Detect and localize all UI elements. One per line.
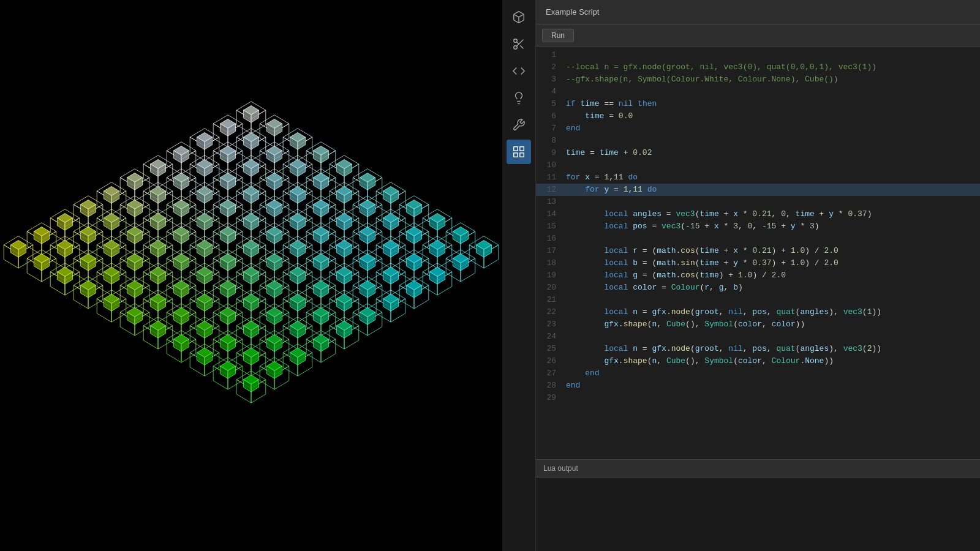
line-number: 20 <box>536 282 564 294</box>
line-content: local n = gfx.node(groot, nil, pos, quat… <box>564 306 881 318</box>
line-content: if time == nil then <box>564 98 657 110</box>
line-number: 25 <box>536 343 564 355</box>
3d-viewport <box>0 0 502 551</box>
code-line: 9time = time + 0.02 <box>536 147 980 159</box>
svg-rect-11 <box>514 153 518 157</box>
scissors-icon[interactable] <box>507 32 531 56</box>
line-number: 4 <box>536 86 564 98</box>
output-header: Lua output <box>536 459 980 478</box>
line-number: 16 <box>536 233 564 245</box>
line-content: --local n = gfx.node(groot, nil, vec3(0)… <box>564 61 876 73</box>
code-line: 16 <box>536 233 980 245</box>
code-line: 25 local n = gfx.node(groot, nil, pos, q… <box>536 343 980 355</box>
toolbar: Run <box>536 24 980 47</box>
scene-canvas <box>0 0 502 551</box>
line-number: 26 <box>536 355 564 367</box>
line-content <box>564 233 566 245</box>
line-content: local b = (math.sin(time + y * 0.37) + 1… <box>564 257 839 269</box>
code-line: 14 local angles = vec3(time + x * 0.21, … <box>536 208 980 220</box>
line-content: local r = (math.cos(time + x * 0.21) + 1… <box>564 245 839 257</box>
line-number: 7 <box>536 122 564 135</box>
code-line: 15 local pos = vec3(-15 + x * 3, 0, -15 … <box>536 220 980 233</box>
code-line: 18 local b = (math.sin(time + y * 0.37) … <box>536 257 980 269</box>
svg-rect-10 <box>520 153 524 157</box>
svg-rect-9 <box>520 147 524 151</box>
code-line: 3--gfx.shape(n, Symbol(Colour.White, Col… <box>536 73 980 86</box>
line-content: local color = Colour(r, g, b) <box>564 282 743 294</box>
line-content: end <box>564 380 580 392</box>
code-line: 20 local color = Colour(r, g, b) <box>536 282 980 294</box>
line-content: gfx.shape(n, Cube(), Symbol(color, Colou… <box>564 355 834 367</box>
line-content: for x = 1,11 do <box>564 171 638 184</box>
code-line: 24 <box>536 331 980 343</box>
line-content <box>564 159 566 171</box>
right-panel: Example Script Run 12--local n = gfx.nod… <box>536 0 980 551</box>
code-line: 29 <box>536 392 980 404</box>
line-number: 1 <box>536 49 564 61</box>
line-number: 3 <box>536 73 564 86</box>
code-line: 10 <box>536 159 980 171</box>
line-number: 19 <box>536 269 564 282</box>
code-line: 21 <box>536 294 980 306</box>
line-number: 8 <box>536 135 564 147</box>
line-content: gfx.shape(n, Cube(), Symbol(color, color… <box>564 318 805 331</box>
lightbulb-icon[interactable] <box>507 86 531 110</box>
line-number: 29 <box>536 392 564 404</box>
line-content <box>564 49 566 61</box>
panel-header: Example Script <box>536 0 980 24</box>
line-number: 28 <box>536 380 564 392</box>
code-editor[interactable]: 12--local n = gfx.node(groot, nil, vec3(… <box>536 47 980 459</box>
output-label: Lua output <box>543 464 578 473</box>
code-line: 12 for y = 1,11 do <box>536 184 980 196</box>
panel-title: Example Script <box>546 7 599 17</box>
svg-line-5 <box>516 42 519 44</box>
line-number: 17 <box>536 245 564 257</box>
line-number: 15 <box>536 220 564 233</box>
code-line: 17 local r = (math.cos(time + x * 0.21) … <box>536 245 980 257</box>
svg-line-4 <box>520 45 523 48</box>
cube-icon[interactable] <box>507 5 531 29</box>
run-button[interactable]: Run <box>542 29 574 42</box>
code-line: 8 <box>536 135 980 147</box>
svg-rect-8 <box>514 147 518 151</box>
line-content: local g = (math.cos(time) + 1.0) / 2.0 <box>564 269 786 282</box>
line-number: 6 <box>536 110 564 122</box>
line-number: 27 <box>536 367 564 380</box>
line-number: 12 <box>536 184 564 196</box>
line-content: time = time + 0.02 <box>564 147 652 159</box>
line-number: 21 <box>536 294 564 306</box>
line-number: 18 <box>536 257 564 269</box>
output-area <box>536 478 980 551</box>
code-line: 4 <box>536 86 980 98</box>
line-content <box>564 135 566 147</box>
svg-point-2 <box>514 46 518 50</box>
code-line: 11for x = 1,11 do <box>536 171 980 184</box>
code-line: 7end <box>536 122 980 135</box>
wrench-icon[interactable] <box>507 113 531 137</box>
line-content: end <box>564 367 600 380</box>
code-icon[interactable] <box>507 59 531 83</box>
line-number: 22 <box>536 306 564 318</box>
grid-icon[interactable] <box>507 140 531 164</box>
line-number: 5 <box>536 98 564 110</box>
line-content: end <box>564 122 580 135</box>
line-content <box>564 196 566 208</box>
code-line: 6 time = 0.0 <box>536 110 980 122</box>
code-line: 28end <box>536 380 980 392</box>
code-line: 19 local g = (math.cos(time) + 1.0) / 2.… <box>536 269 980 282</box>
svg-point-1 <box>514 39 518 43</box>
line-content: local n = gfx.node(groot, nil, pos, quat… <box>564 343 881 355</box>
line-content <box>564 331 566 343</box>
code-line: 1 <box>536 49 980 61</box>
line-number: 10 <box>536 159 564 171</box>
code-line: 22 local n = gfx.node(groot, nil, pos, q… <box>536 306 980 318</box>
line-number: 24 <box>536 331 564 343</box>
line-number: 9 <box>536 147 564 159</box>
code-line: 2--local n = gfx.node(groot, nil, vec3(0… <box>536 61 980 73</box>
code-line: 23 gfx.shape(n, Cube(), Symbol(color, co… <box>536 318 980 331</box>
line-content: --gfx.shape(n, Symbol(Colour.White, Colo… <box>564 73 839 86</box>
code-line: 27 end <box>536 367 980 380</box>
line-content: time = 0.0 <box>564 110 633 122</box>
code-line: 13 <box>536 196 980 208</box>
line-number: 23 <box>536 318 564 331</box>
